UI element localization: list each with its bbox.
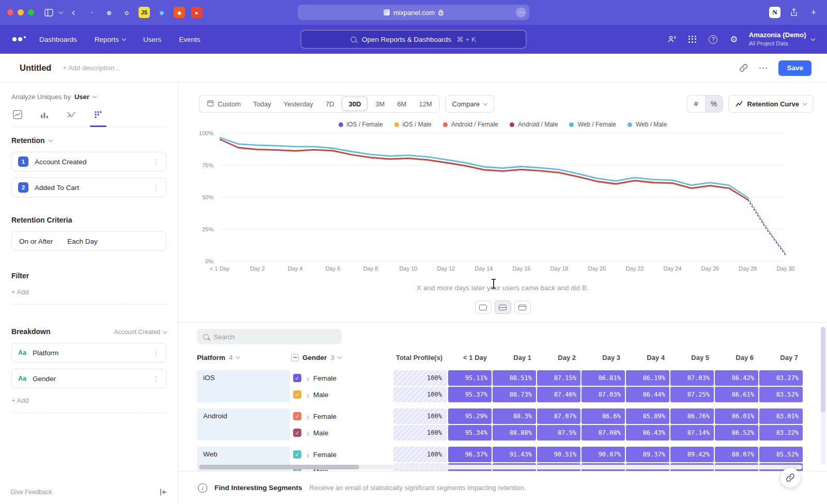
help-icon[interactable]: ? xyxy=(708,34,719,45)
retention-cell[interactable]: 95.11% xyxy=(448,370,492,386)
chart-type-dropdown[interactable]: Retention Curve xyxy=(728,95,814,113)
retention-chart-svg[interactable] xyxy=(220,133,786,261)
vertical-scrollbar-thumb[interactable] xyxy=(821,327,825,412)
breakdown-scope-dropdown[interactable]: Account Created xyxy=(114,328,166,336)
retention-cell[interactable]: 88.51% xyxy=(493,370,536,386)
retention-cell[interactable]: 83.52% xyxy=(759,387,803,402)
settings-gear-icon[interactable]: ⚙ xyxy=(728,34,740,45)
user-report-icon[interactable] xyxy=(666,34,678,45)
retention-cell[interactable]: 87.08% xyxy=(581,425,625,440)
apps-grid-icon[interactable] xyxy=(687,34,698,45)
legend-item[interactable]: Android / Female xyxy=(443,121,498,128)
shield-extension-icon[interactable]: ◈ xyxy=(174,7,185,18)
chevron-right-icon[interactable] xyxy=(306,429,309,437)
chevron-right-icon[interactable] xyxy=(306,391,309,399)
retention-cell[interactable]: 83.22% xyxy=(759,425,803,440)
range-yesterday[interactable]: Yesterday xyxy=(278,96,319,112)
view-toggle-chart[interactable] xyxy=(475,301,492,314)
legend-item[interactable]: iOS / Female xyxy=(339,121,383,128)
retention-cell[interactable]: 83.27% xyxy=(759,370,803,386)
range-3m[interactable]: 3M xyxy=(369,96,391,112)
global-search-button[interactable]: Open Reports & Dashboards ⌘ + K xyxy=(301,30,527,49)
platform-cell[interactable]: iOS xyxy=(197,370,290,402)
tab-insights[interactable] xyxy=(11,109,24,120)
gender-row-male[interactable]: ✓Male xyxy=(291,425,392,440)
legend-item[interactable]: iOS / Male xyxy=(394,121,432,128)
vertical-scrollbar[interactable] xyxy=(821,327,825,464)
legend-item[interactable]: Web / Female xyxy=(569,121,616,128)
criteria-interval[interactable]: Each Day xyxy=(67,238,98,245)
table-search[interactable] xyxy=(197,329,342,344)
minimize-window-button[interactable] xyxy=(18,9,24,15)
video-extension-icon[interactable]: ▸ xyxy=(191,7,203,18)
retention-cell[interactable]: 85.89% xyxy=(626,408,669,424)
mixpanel-logo[interactable] xyxy=(12,35,26,43)
retention-cell[interactable]: 88.73% xyxy=(493,387,536,402)
add-filter-button[interactable]: + Add xyxy=(11,288,166,305)
profile-extension-icon[interactable]: ◍ xyxy=(103,7,115,18)
range-today[interactable]: Today xyxy=(247,96,278,112)
breakdown-item-platform[interactable]: AaPlatform⋮ xyxy=(11,343,166,363)
compare-button[interactable]: Compare xyxy=(445,95,494,113)
retention-cell[interactable]: 87.07% xyxy=(537,408,580,424)
retention-cell[interactable]: 87.14% xyxy=(670,425,714,440)
breakdown-menu-icon[interactable]: ⋮ xyxy=(151,349,161,357)
save-button[interactable]: Save xyxy=(778,60,811,76)
report-title[interactable]: Untitled xyxy=(20,63,51,73)
retention-criteria-row[interactable]: On or After Each Day xyxy=(11,231,166,251)
retention-cell[interactable]: 86.61% xyxy=(715,387,758,402)
retention-cell[interactable]: 86.52% xyxy=(715,425,758,440)
notion-app-icon[interactable]: N xyxy=(769,7,780,18)
add-breakdown-button[interactable]: + Add xyxy=(11,397,166,413)
retention-cell[interactable]: 86.76% xyxy=(670,408,714,424)
retention-cell[interactable]: 88.3% xyxy=(493,408,536,424)
retention-cell[interactable]: 88.88% xyxy=(493,425,536,440)
project-switcher[interactable]: Amazonia {Demo} All Project Data xyxy=(749,31,815,47)
gender-row-female[interactable]: ✓Female xyxy=(291,447,392,462)
row-checkbox[interactable]: ✓ xyxy=(293,412,301,420)
breakdown-item-gender[interactable]: AaGender⋮ xyxy=(11,369,166,388)
legend-item[interactable]: Android / Male xyxy=(510,121,558,128)
address-bar[interactable]: mixpanel.com ⋯ xyxy=(298,5,529,20)
horizontal-scrollbar-thumb[interactable] xyxy=(199,465,359,469)
range-30d[interactable]: 30D xyxy=(342,97,367,111)
share-icon[interactable] xyxy=(788,6,800,19)
step-menu-icon[interactable]: ⋮ xyxy=(151,183,161,192)
chevron-right-icon[interactable] xyxy=(306,413,309,420)
tab-flows[interactable] xyxy=(65,109,78,120)
platform-column-header[interactable]: Platform4 xyxy=(197,354,290,361)
nav-item-events[interactable]: Events xyxy=(179,36,200,43)
horizontal-scrollbar[interactable] xyxy=(199,465,802,469)
step-menu-icon[interactable]: ⋮ xyxy=(151,158,161,166)
retention-step-2[interactable]: 2Added To Cart⋮ xyxy=(11,178,166,197)
percent-format-button[interactable]: % xyxy=(705,96,723,112)
view-toggle-table[interactable] xyxy=(514,301,531,314)
tab-funnels[interactable] xyxy=(38,109,51,120)
criteria-condition[interactable]: On or After xyxy=(19,238,53,245)
chevron-right-icon[interactable] xyxy=(306,451,309,459)
nav-item-users[interactable]: Users xyxy=(143,36,161,43)
retention-cell[interactable]: 87.15% xyxy=(537,370,580,386)
nav-item-dashboards[interactable]: Dashboards xyxy=(39,36,77,43)
analyze-value-dropdown[interactable]: User xyxy=(74,93,89,101)
table-search-input[interactable] xyxy=(213,333,335,341)
clock-extension-icon[interactable]: ◔ xyxy=(86,7,97,18)
retention-cell[interactable]: 95.34% xyxy=(448,425,492,440)
retention-cell[interactable]: 86.42% xyxy=(715,370,758,386)
retention-cell[interactable]: 86.01% xyxy=(715,408,758,424)
nav-item-reports[interactable]: Reports xyxy=(95,36,126,43)
give-feedback-link[interactable]: Give Feedback xyxy=(10,489,52,496)
retention-cell[interactable]: 90.07% xyxy=(581,447,625,462)
retention-cell[interactable]: 88.07% xyxy=(715,447,758,462)
more-options-icon[interactable]: ⋯ xyxy=(758,62,768,74)
retention-cell[interactable]: 87.5% xyxy=(537,425,580,440)
range-12m[interactable]: 12M xyxy=(412,96,438,112)
new-tab-icon[interactable]: + xyxy=(807,6,820,19)
row-checkbox[interactable]: ✓ xyxy=(293,390,301,399)
chrome-extension-icon[interactable]: ◉ xyxy=(156,7,167,18)
retention-cell[interactable]: 87.03% xyxy=(581,387,625,402)
back-icon[interactable]: ‹ xyxy=(67,6,80,18)
range-6m[interactable]: 6M xyxy=(391,96,412,112)
retention-cell[interactable]: 87.46% xyxy=(537,387,580,402)
js-extension-icon[interactable]: JS xyxy=(139,7,150,18)
